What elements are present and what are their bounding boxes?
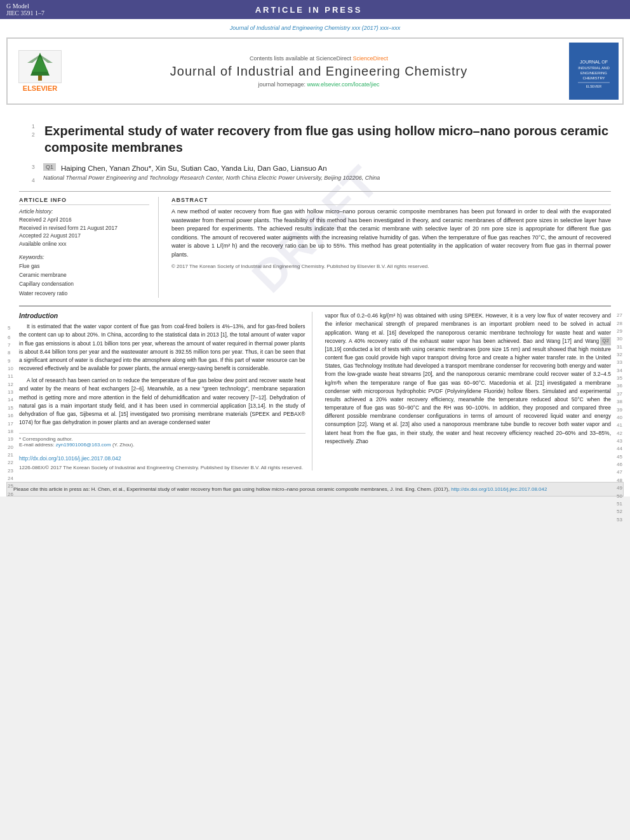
history-label: Article history: — [19, 208, 149, 216]
footnote-email-note: (Y. Zhou). — [112, 442, 135, 448]
line-3: 3 — [32, 164, 41, 170]
left-line-nums: 5 6 7 8 9 10 11 12 13 14 15 16 17 18 — [8, 324, 13, 498]
body-section: 5 6 7 8 9 10 11 12 13 14 15 16 17 18 — [19, 305, 611, 470]
bottom-doi-link[interactable]: http://dx.doi.org/10.1016/j.jiec.2017.08… — [451, 486, 547, 492]
journal-center: Contents lists available at ScienceDirec… — [75, 55, 563, 88]
journal-citation-line: Journal of Industrial and Engineering Ch… — [0, 19, 630, 32]
copyright-text: © 2017 The Korean Society of Industrial … — [171, 263, 611, 270]
received-date: Received 2 April 2016 — [19, 216, 149, 224]
g-model-label: G Model — [6, 3, 44, 10]
article-title-section: 1 2 Experimental study of water recovery… — [19, 123, 611, 186]
issn-text: 1226-086X/© 2017 The Korean Society of I… — [19, 465, 305, 470]
abstract-col: ABSTRACT A new method of water recovery … — [171, 197, 611, 298]
body-right-col: 27 28 29 30 31 32 33 34 35 36 37 38 39 4… — [325, 312, 612, 470]
authors: Haiping Chen, Yanan Zhou*, Xin Su, Sutia… — [61, 164, 327, 172]
journal-title: Journal of Industrial and Engineering Ch… — [75, 64, 563, 79]
journal-homepage-link[interactable]: www.elsevier.com/locate/jiec — [307, 81, 380, 88]
keyword-2: Ceramic membrane — [19, 270, 149, 279]
body-right-para-1: vapor flux of 0.2–0.46 kg/(m² h) was obt… — [325, 312, 612, 446]
body-left-text: It is estimated that the water vapor con… — [19, 323, 305, 427]
body-right-text: vapor flux of 0.2–0.46 kg/(m² h) was obt… — [325, 312, 612, 446]
model-info: G Model JIEC 3591 1–7 — [6, 3, 44, 17]
body-para-2: A lot of research has been carried on to… — [19, 377, 305, 427]
svg-text:ENGINEERING: ENGINEERING — [580, 71, 607, 75]
footnote-email-link[interactable]: zyn19901006@163.com — [56, 442, 111, 448]
journal-header: ELSEVIER Contents lists available at Sci… — [6, 37, 624, 105]
right-line-nums: 27 28 29 30 31 32 33 34 35 36 37 38 39 4… — [617, 312, 622, 524]
journal-logo-left: ELSEVIER — [11, 50, 69, 92]
keyword-1: Flue gas — [19, 262, 149, 270]
footnote: * Corresponding author. E-mail address: … — [19, 433, 305, 448]
intro-heading: Introduction — [19, 312, 305, 319]
footnote-email-line: E-mail address: zyn19901006@163.com (Y. … — [19, 442, 305, 448]
doi-link[interactable]: http://dx.doi.org/10.1016/j.jiec.2017.08… — [19, 455, 121, 462]
sciencedirect-line: Contents lists available at ScienceDirec… — [75, 55, 563, 62]
elsevier-label: ELSEVIER — [23, 84, 57, 92]
revised-date: Received in revised form 21 August 2017 — [19, 224, 149, 232]
affiliation: National Thermal Power Engineering and T… — [43, 175, 380, 181]
journal-right-logo: JOURNAL OF INDUSTRIAL AND ENGINEERING CH… — [569, 43, 619, 100]
svg-text:ELSEVIER: ELSEVIER — [586, 84, 602, 88]
journal-citation-text: Journal of Industrial and Engineering Ch… — [230, 25, 401, 31]
article-title: Experimental study of water recovery fro… — [44, 123, 611, 156]
bottom-citation-bar: Please cite this article in press as: H.… — [6, 482, 624, 497]
svg-text:JOURNAL OF: JOURNAL OF — [580, 60, 608, 64]
journal-homepage: journal homepage: www.elsevier.com/locat… — [75, 81, 563, 88]
sciencedirect-link[interactable]: ScienceDirect — [353, 55, 389, 62]
abstract-text: A new method of water recovery from flue… — [171, 208, 611, 259]
body-para-1: It is estimated that the water vapor con… — [19, 323, 305, 373]
line-4: 4 — [32, 177, 41, 183]
article-info-col: ARTICLE INFO Article history: Received 2… — [19, 197, 159, 298]
q2-badge: Q2 — [600, 337, 611, 345]
footnote-star: * Corresponding author. — [19, 436, 305, 442]
aip-top-label: ARTICLE IN PRESS — [255, 5, 363, 15]
elsevier-tree-graphic — [18, 50, 62, 83]
body-left-col: 5 6 7 8 9 10 11 12 13 14 15 16 17 18 — [19, 312, 312, 470]
svg-text:CHEMISTRY: CHEMISTRY — [582, 76, 605, 80]
keywords-label: Keywords: — [19, 253, 149, 262]
keyword-3: Capillary condensation — [19, 279, 149, 288]
main-content: 1 2 Experimental study of water recovery… — [0, 110, 630, 477]
body-two-col: 5 6 7 8 9 10 11 12 13 14 15 16 17 18 — [19, 312, 611, 470]
title-line-nums: 1 2 — [32, 123, 41, 139]
model-id: JIEC 3591 1–7 — [6, 10, 44, 17]
available-date: Available online xxx — [19, 240, 149, 248]
abstract-label: ABSTRACT — [171, 197, 611, 205]
doi-section: http://dx.doi.org/10.1016/j.jiec.2017.08… — [19, 451, 305, 463]
article-info-label: ARTICLE INFO — [19, 197, 149, 205]
keywords-section: Keywords: Flue gas Ceramic membrane Capi… — [19, 253, 149, 298]
top-bar: G Model JIEC 3591 1–7 ARTICLE IN PRESS — [0, 0, 630, 19]
keyword-4: Water recovery ratio — [19, 289, 149, 298]
q1-badge: Q1 — [43, 163, 56, 171]
accepted-date: Accepted 22 August 2017 — [19, 232, 149, 240]
article-info-abstract: ARTICLE INFO Article history: Received 2… — [19, 191, 611, 298]
svg-text:INDUSTRIAL AND: INDUSTRIAL AND — [578, 66, 610, 70]
bottom-citation-text: Please cite this article in press as: H.… — [13, 486, 450, 492]
page: G Model JIEC 3591 1–7 ARTICLE IN PRESS J… — [0, 0, 630, 497]
